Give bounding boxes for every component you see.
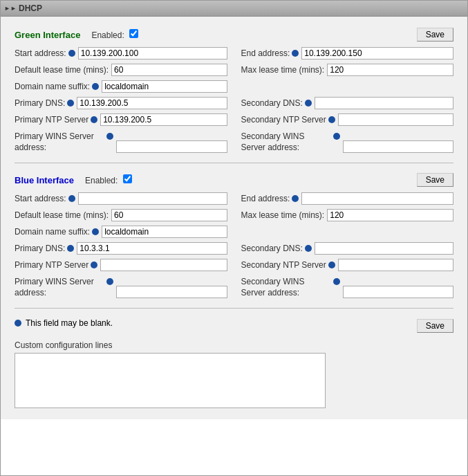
blue-start-dot-icon	[68, 195, 75, 202]
blue-domain-suffix-row: Domain name suffix:	[15, 226, 227, 238]
green-secondary-ntp-row: Secondary NTP Server	[241, 113, 454, 126]
main-window: ►► DHCP Green Interface Enabled: Save	[0, 0, 468, 476]
bottom-section: This field may be blank. Save Custom con…	[15, 318, 453, 408]
green-max-lease-row: Max lease time (mins):	[241, 64, 454, 76]
green-section-header: Green Interface Enabled: Save	[15, 28, 453, 42]
blue-secondary-ntp-input[interactable]	[338, 259, 453, 271]
green-domain-suffix-row: Domain name suffix:	[15, 80, 227, 93]
section-divider-1	[15, 163, 453, 163]
blue-secondary-wins-row: Secondary WINS Server address:	[241, 275, 454, 298]
blue-section-header: Blue Interface Enabled: Save	[15, 173, 453, 187]
blue-primary-wins-input[interactable]	[116, 286, 227, 298]
blue-secondary-dns-row: Secondary DNS:	[241, 242, 454, 255]
blue-default-lease-row: Default lease time (mins):	[15, 209, 227, 221]
green-domain-dot-icon	[92, 83, 99, 90]
green-start-dot-icon	[68, 50, 75, 57]
blue-max-lease-row: Max lease time (mins):	[241, 209, 454, 221]
green-secondary-ntp-input[interactable]	[338, 113, 453, 126]
title-bar: ►► DHCP	[1, 1, 467, 17]
section-divider-2	[15, 308, 453, 309]
blue-interface-title: Blue Interface	[15, 175, 74, 185]
green-secondary-dns-input[interactable]	[315, 97, 453, 109]
blue-enabled-label: Enabled:	[85, 174, 132, 185]
green-end-dot-icon	[292, 50, 299, 57]
blue-end-address-input[interactable]	[301, 192, 453, 205]
blue-primary-ntp-dot-icon	[91, 262, 97, 268]
green-start-address-row: Start address:	[15, 47, 227, 60]
green-max-lease-input[interactable]	[327, 64, 453, 76]
green-secondary-dns-dot-icon	[305, 100, 312, 107]
green-start-address-input[interactable]	[78, 47, 227, 60]
blue-enabled-checkbox[interactable]	[123, 174, 132, 183]
blue-end-dot-icon	[292, 195, 299, 202]
green-secondary-wins-input[interactable]	[343, 140, 454, 153]
green-primary-ntp-dot-icon	[91, 116, 97, 123]
green-default-lease-row: Default lease time (mins):	[15, 64, 227, 76]
green-primary-wins-dot-icon	[106, 133, 113, 140]
blue-max-lease-input[interactable]	[327, 209, 453, 221]
green-primary-dns-row: Primary DNS:	[15, 97, 227, 109]
green-primary-dns-input[interactable]	[77, 97, 227, 109]
green-enabled-checkbox[interactable]	[129, 29, 138, 38]
green-interface-title: Green Interface	[15, 30, 80, 40]
blue-default-lease-input[interactable]	[111, 209, 227, 221]
green-primary-wins-row: Primary WINS Server address:	[15, 130, 227, 153]
blue-primary-ntp-input[interactable]	[100, 259, 227, 271]
blank-note: This field may be blank.	[15, 318, 113, 328]
blue-end-address-row: End address:	[241, 192, 454, 205]
green-secondary-wins-row: Secondary WINS Server address:	[241, 130, 454, 153]
blue-primary-wins-row: Primary WINS Server address:	[15, 275, 227, 298]
title-bar-icon: ►►	[6, 4, 15, 12]
blue-start-address-row: Start address:	[15, 192, 227, 205]
green-primary-ntp-input[interactable]	[100, 113, 227, 126]
blue-save-button[interactable]: Save	[417, 173, 453, 187]
blank-note-text: This field may be blank.	[26, 318, 113, 328]
green-secondary-wins-dot-icon	[333, 133, 340, 140]
green-header-left: Green Interface Enabled:	[15, 29, 138, 40]
green-primary-ntp-row: Primary NTP Server	[15, 113, 227, 126]
custom-config-label: Custom configuration lines	[15, 340, 453, 350]
blue-primary-dns-row: Primary DNS:	[15, 242, 227, 255]
green-secondary-ntp-dot-icon	[328, 116, 335, 123]
green-end-address-input[interactable]	[301, 47, 453, 60]
blank-note-dot-icon	[15, 320, 21, 327]
blue-secondary-dns-input[interactable]	[315, 242, 453, 255]
bottom-save-button[interactable]: Save	[417, 319, 453, 333]
green-primary-wins-input[interactable]	[116, 140, 227, 153]
custom-config-textarea[interactable]	[15, 353, 326, 408]
green-form-grid: Start address: End address: Default le	[15, 47, 453, 153]
blue-header-left: Blue Interface Enabled:	[15, 174, 132, 185]
blue-domain-dot-icon	[92, 228, 99, 235]
green-save-button[interactable]: Save	[417, 28, 453, 42]
blue-domain-suffix-input[interactable]	[102, 226, 227, 238]
green-interface-section: Green Interface Enabled: Save Start addr…	[15, 28, 453, 153]
blue-secondary-wins-input[interactable]	[343, 286, 454, 298]
blue-start-address-input[interactable]	[78, 192, 227, 205]
green-secondary-dns-row: Secondary DNS:	[241, 97, 454, 109]
green-domain-suffix-input[interactable]	[102, 80, 227, 93]
blue-primary-dns-dot-icon	[67, 245, 74, 252]
blue-form-grid: Start address: End address: Default le	[15, 192, 453, 298]
blue-secondary-ntp-row: Secondary NTP Server	[241, 259, 454, 271]
green-end-address-row: End address:	[241, 47, 454, 60]
blue-secondary-dns-dot-icon	[305, 245, 312, 252]
title-bar-text: DHCP	[19, 3, 42, 13]
blue-interface-section: Blue Interface Enabled: Save Start addre…	[15, 173, 453, 298]
blue-primary-dns-input[interactable]	[77, 242, 227, 255]
blue-secondary-wins-dot-icon	[333, 278, 340, 285]
blue-primary-wins-dot-icon	[106, 278, 113, 285]
blue-primary-ntp-row: Primary NTP Server	[15, 259, 227, 271]
content-area: Green Interface Enabled: Save Start addr…	[1, 17, 467, 419]
green-enabled-label: Enabled:	[91, 29, 138, 40]
green-default-lease-input[interactable]	[111, 64, 227, 76]
green-primary-dns-dot-icon	[67, 100, 74, 107]
blue-secondary-ntp-dot-icon	[328, 262, 335, 268]
